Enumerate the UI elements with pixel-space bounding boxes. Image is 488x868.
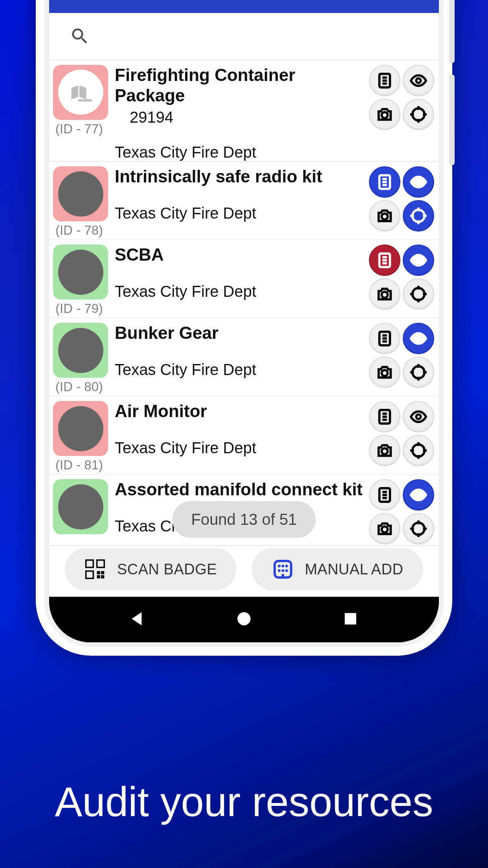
view-button[interactable] bbox=[403, 479, 434, 511]
manual-add-button[interactable]: MANUAL ADD bbox=[252, 548, 423, 590]
item-id: (ID - 77) bbox=[53, 120, 110, 138]
phone-frame: 07/08/2019 16:06 (ID - 77)Firefighting C… bbox=[36, 0, 452, 656]
item-thumbnail bbox=[53, 479, 108, 534]
nav-home-button[interactable] bbox=[234, 609, 254, 630]
search-bar[interactable] bbox=[49, 13, 439, 60]
svg-point-80 bbox=[281, 574, 284, 577]
circle-home-icon bbox=[234, 609, 254, 629]
camera-button[interactable] bbox=[369, 200, 400, 232]
keypad-icon bbox=[272, 558, 294, 580]
svg-point-38 bbox=[382, 370, 387, 376]
list-item[interactable]: (ID - 77)Firefighting Container Package2… bbox=[49, 60, 439, 162]
item-id bbox=[53, 534, 110, 537]
view-button[interactable] bbox=[403, 323, 434, 354]
back-button[interactable] bbox=[60, 0, 81, 0]
svg-rect-67 bbox=[97, 560, 105, 568]
scan-badge-button[interactable]: SCAN BADGE bbox=[65, 548, 236, 590]
svg-rect-82 bbox=[345, 613, 356, 625]
triangle-back-icon bbox=[128, 609, 147, 629]
item-title: Firefighting Container Package bbox=[115, 65, 364, 107]
svg-rect-70 bbox=[101, 575, 104, 578]
view-button[interactable] bbox=[403, 166, 434, 198]
camera-button[interactable] bbox=[369, 99, 400, 130]
bottom-action-bar: SCAN BADGE MANUAL ADD bbox=[49, 546, 439, 597]
nav-back-button[interactable] bbox=[128, 609, 147, 630]
camera-button[interactable] bbox=[369, 435, 400, 466]
svg-rect-71 bbox=[97, 575, 100, 578]
item-actions bbox=[364, 166, 435, 239]
item-department: Texas City Fire Dept bbox=[115, 283, 364, 300]
notes-button[interactable] bbox=[369, 323, 400, 354]
item-actions bbox=[364, 401, 435, 474]
item-title: Bunker Gear bbox=[115, 323, 364, 344]
locate-button[interactable] bbox=[403, 278, 434, 310]
view-button[interactable] bbox=[403, 401, 434, 432]
view-button[interactable] bbox=[403, 65, 434, 96]
camera-button[interactable] bbox=[369, 278, 400, 310]
svg-rect-69 bbox=[97, 571, 100, 574]
toast: Found 13 of 51 bbox=[172, 501, 316, 538]
item-actions bbox=[364, 479, 435, 545]
marketing-tagline: Audit your resources bbox=[0, 778, 488, 826]
item-department: Texas City Fire Dept bbox=[115, 204, 364, 222]
item-subtitle: 29194 bbox=[115, 108, 364, 126]
side-button bbox=[449, 75, 455, 165]
svg-point-59 bbox=[416, 493, 421, 498]
camera-button[interactable] bbox=[369, 513, 400, 544]
item-actions bbox=[364, 65, 435, 162]
svg-point-26 bbox=[416, 258, 421, 263]
notes-button[interactable] bbox=[369, 65, 400, 96]
item-department: Texas City Fire Dept bbox=[115, 361, 364, 379]
svg-point-28 bbox=[413, 288, 425, 300]
item-thumbnail bbox=[53, 65, 108, 120]
notes-button[interactable] bbox=[369, 401, 400, 432]
svg-rect-66 bbox=[86, 560, 94, 568]
svg-point-16 bbox=[382, 214, 387, 220]
svg-point-76 bbox=[285, 565, 288, 568]
nav-recent-button[interactable] bbox=[341, 609, 360, 630]
resource-list[interactable]: (ID - 77)Firefighting Container Package2… bbox=[49, 60, 439, 546]
locate-button[interactable] bbox=[403, 435, 434, 466]
scan-badge-label: SCAN BADGE bbox=[117, 561, 217, 578]
item-id: (ID - 79) bbox=[53, 300, 110, 318]
list-item[interactable]: (ID - 79)SCBATexas City Fire Dept bbox=[49, 240, 439, 318]
list-item[interactable]: (ID - 81)Air MonitorTexas City Fire Dept bbox=[49, 396, 439, 474]
svg-point-60 bbox=[382, 527, 387, 533]
notes-button[interactable] bbox=[369, 479, 400, 511]
android-nav-bar bbox=[49, 597, 439, 642]
locate-button[interactable] bbox=[403, 99, 434, 130]
svg-point-6 bbox=[413, 108, 425, 120]
item-actions bbox=[364, 323, 435, 396]
svg-point-61 bbox=[413, 523, 425, 535]
svg-point-75 bbox=[281, 565, 284, 568]
svg-point-81 bbox=[237, 612, 250, 625]
camera-button[interactable] bbox=[369, 357, 400, 388]
list-item[interactable]: (ID - 80)Bunker GearTexas City Fire Dept bbox=[49, 318, 439, 396]
item-department: Texas City Fire Dept bbox=[115, 143, 364, 161]
svg-point-77 bbox=[278, 569, 281, 572]
locate-button[interactable] bbox=[403, 200, 434, 232]
notes-button[interactable] bbox=[369, 245, 400, 276]
item-title: SCBA bbox=[115, 245, 364, 265]
item-id: (ID - 80) bbox=[53, 378, 110, 396]
svg-point-27 bbox=[382, 292, 387, 298]
item-thumbnail bbox=[53, 166, 108, 221]
svg-point-17 bbox=[413, 210, 425, 222]
thumbnail-image bbox=[58, 171, 103, 217]
svg-point-78 bbox=[281, 569, 284, 572]
item-thumbnail bbox=[53, 323, 108, 378]
locate-button[interactable] bbox=[403, 357, 434, 388]
svg-point-50 bbox=[413, 445, 425, 457]
qr-icon bbox=[84, 558, 106, 580]
thumbnail-image bbox=[58, 250, 103, 295]
thumbnail-image bbox=[58, 484, 103, 530]
svg-point-37 bbox=[416, 337, 421, 341]
manual-add-label: MANUAL ADD bbox=[305, 561, 404, 578]
locate-button[interactable] bbox=[403, 513, 434, 544]
view-button[interactable] bbox=[403, 245, 434, 276]
svg-point-49 bbox=[382, 449, 387, 454]
list-item[interactable]: (ID - 78)Intrinsically safe radio kitTex… bbox=[49, 162, 439, 240]
svg-point-15 bbox=[416, 180, 421, 185]
item-title: Assorted manifold connect kit bbox=[115, 479, 364, 500]
notes-button[interactable] bbox=[369, 166, 400, 198]
